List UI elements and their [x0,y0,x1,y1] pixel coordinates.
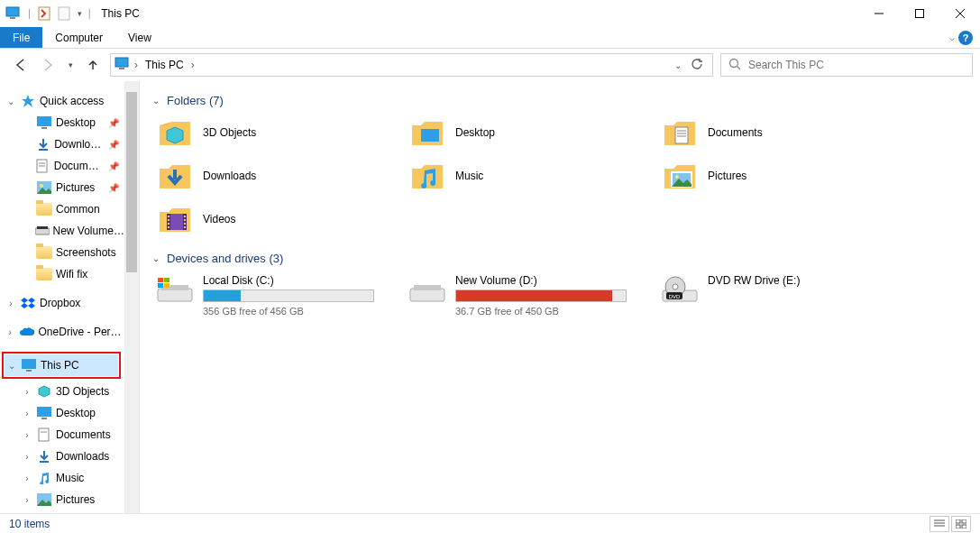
desktop-icon [36,405,52,421]
properties-icon[interactable] [38,6,52,21]
tiles-view-button[interactable] [951,516,971,532]
chevron-right-icon[interactable]: › [22,495,32,505]
dvd-drive-icon: DVD [661,274,699,307]
chevron-down-icon[interactable]: ⌄ [5,96,16,106]
chevron-right-icon[interactable]: › [22,409,32,418]
tab-view[interactable]: View [115,27,164,48]
search-icon [728,58,741,73]
sidebar-this-pc[interactable]: ⌄ This PC [5,354,118,376]
drive-grid: Local Disk (C:) 356 GB free of 456 GB Ne… [152,271,967,320]
sidebar-item-screenshots[interactable]: ·Screenshots [0,242,124,263]
chevron-right-icon[interactable]: › [5,327,15,337]
breadcrumb[interactable]: This PC [142,59,188,71]
chevron-right-icon[interactable]: › [134,59,138,71]
sidebar-item-desktop-2[interactable]: ›Desktop [0,402,124,424]
tab-computer[interactable]: Computer [42,27,115,48]
sidebar-item-new-volume[interactable]: ·New Volume (D:) [0,220,124,242]
address-bar[interactable]: › This PC › ⌄ [110,53,713,77]
chevron-right-icon[interactable]: › [5,299,16,308]
svg-point-10 [730,59,738,67]
svg-rect-26 [41,418,47,419]
chevron-down-icon[interactable]: ⌄ [6,361,17,371]
sidebar-item-downloads[interactable]: ·Downloads📌 [0,133,124,155]
chevron-down-icon[interactable]: ⌄ [152,253,160,263]
sidebar-item-documents-2[interactable]: ›Documents [0,424,124,446]
back-button[interactable] [11,55,31,75]
highlighted-selection: ⌄ This PC [2,352,121,379]
music-icon [408,160,446,192]
chevron-right-icon[interactable]: › [191,59,195,71]
folder-tile-desktop[interactable]: Desktop [405,113,630,152]
drive-subtext: 356 GB free of 456 GB [203,306,374,317]
svg-rect-25 [37,407,51,417]
group-header-drives[interactable]: ⌄ Devices and drives (3) [152,252,967,265]
qat-blank-icon[interactable] [58,6,72,21]
search-input[interactable] [748,59,965,71]
refresh-icon[interactable] [691,58,703,73]
drive-tile-dvd-rw-e[interactable]: DVD DVD RW Drive (E:) [657,271,883,320]
minimize-button[interactable] [858,0,899,27]
up-button[interactable] [83,55,103,75]
svg-rect-49 [158,289,192,301]
sidebar-quick-access[interactable]: ⌄ Quick access [0,90,124,112]
help-icon[interactable]: ? [958,31,973,45]
search-box[interactable] [720,53,973,77]
scrollbar-thumb[interactable] [126,92,137,272]
sidebar-item-pictures-2[interactable]: ›Pictures [0,489,124,510]
pictures-icon [661,160,699,192]
folder-tile-3d-objects[interactable]: 3D Objects [152,113,378,152]
chevron-right-icon[interactable]: › [22,452,32,462]
svg-rect-57 [414,285,441,290]
qat-dropdown-icon[interactable]: ▾ [78,9,82,18]
folder-tile-music[interactable]: Music [405,156,630,196]
sidebar-item-3d-objects[interactable]: ›3D Objects [0,381,124,402]
ribbon-expand-icon[interactable]: ⌵ [949,32,955,42]
drive-tile-local-disk-c[interactable]: Local Disk (C:) 356 GB free of 456 GB [152,271,378,320]
documents-icon [35,158,50,174]
folder-tile-videos[interactable]: Videos [152,199,378,239]
sidebar-item-label: 3D Objects [56,385,109,398]
sidebar-scrollbar[interactable] [124,81,139,513]
chevron-right-icon[interactable]: › [22,473,32,483]
maximize-button[interactable] [899,0,939,27]
recent-locations-button[interactable]: ▾ [65,55,76,75]
sidebar-item-documents[interactable]: ·Documents📌 [0,155,124,177]
folder-tile-documents[interactable]: Documents [657,113,883,152]
sidebar-item-downloads-2[interactable]: ›Downloads [0,446,124,467]
sidebar-item-label: Wifi fix [56,268,87,280]
sidebar-item-music[interactable]: ›Music [0,467,124,489]
pin-icon: 📌 [108,161,119,171]
close-button[interactable] [939,0,980,27]
sidebar-item-wifi-fix[interactable]: ·Wifi fix [0,263,124,285]
navigation-bar: ▾ › This PC › ⌄ [0,49,980,81]
folder-tile-downloads[interactable]: Downloads [152,156,378,196]
sidebar-item-desktop[interactable]: ·Desktop📌 [0,112,124,133]
svg-rect-45 [184,216,186,217]
group-header-folders[interactable]: ⌄ Folders (7) [152,94,967,107]
sidebar-onedrive[interactable]: ›OneDrive - Personal [0,321,124,343]
details-view-button[interactable] [930,516,949,532]
drive-label: DVD RW Drive (E:) [708,274,879,287]
sidebar-item-common[interactable]: ·Common [0,198,124,220]
address-dropdown-icon[interactable]: ⌄ [674,60,682,70]
3d-objects-icon [156,116,194,149]
content-pane: ⌄ Folders (7) 3D Objects Desktop Documen… [140,81,980,513]
pictures-icon [36,492,52,508]
svg-rect-1 [10,17,15,19]
file-tab[interactable]: File [0,27,42,48]
forward-button[interactable] [38,55,58,75]
svg-point-60 [673,284,678,289]
sidebar-dropbox[interactable]: ›Dropbox [0,292,124,314]
status-text: 10 items [9,518,50,530]
folder-tile-pictures[interactable]: Pictures [657,156,883,196]
drive-tile-new-volume-d[interactable]: New Volume (D:) 36.7 GB free of 450 GB [405,271,630,320]
svg-rect-23 [22,359,36,369]
folder-icon [36,266,52,282]
chevron-right-icon[interactable]: › [22,387,32,397]
chevron-right-icon[interactable]: › [22,430,32,440]
sidebar-item-pictures[interactable]: ·Pictures📌 [0,177,124,198]
sidebar-item-label: Pictures [56,181,95,194]
chevron-down-icon[interactable]: ⌄ [152,96,160,106]
svg-rect-13 [37,116,51,126]
sidebar-item-label: Screenshots [56,246,116,259]
